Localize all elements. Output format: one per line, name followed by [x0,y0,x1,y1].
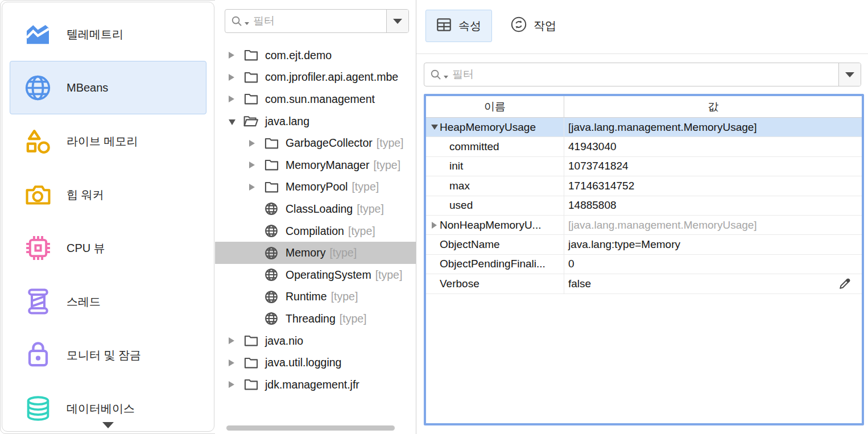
tree-item-label: com.ejt.demo [265,49,332,62]
attribute-name: HeapMemoryUsage [440,121,536,134]
tree-item-label: ClassLoading [286,202,353,216]
attribute-row-heapmemoryusage[interactable]: HeapMemoryUsage[java.lang.management.Mem… [426,118,862,137]
column-header-name[interactable]: 이름 [426,96,564,117]
tree-item-garbagecollector[interactable]: GarbageCollector[type] [215,132,416,154]
attribute-row-committed[interactable]: committed41943040 [426,137,862,156]
scroll-down-icon[interactable] [102,422,114,428]
attribute-value-cell: [java.lang.management.MemoryUsage] [564,216,862,234]
tree-item-memorymanager[interactable]: MemoryManager[type] [215,154,416,176]
spool-icon [24,288,51,315]
sidebar-item-telemetry[interactable]: 텔레메트리 [10,7,206,61]
tree-item-memorypool[interactable]: MemoryPool[type] [215,176,416,199]
attribute-value-cell: 14885808 [564,196,862,215]
folder-icon [243,333,258,348]
expand-arrow-icon[interactable] [229,337,240,344]
sidebar-item-threads[interactable]: 스레드 [10,275,206,328]
expand-arrow-icon[interactable] [229,74,240,81]
tree-item-com-ejt-demo[interactable]: com.ejt.demo [215,44,416,67]
attribute-name: max [449,180,470,192]
sidebar-item-monitors-locks[interactable]: 모니터 및 잠금 [10,328,206,382]
attribute-name: ObjectName [440,238,500,251]
attribute-row-verbose[interactable]: Verbosefalse [426,274,862,294]
attribute-value-cell: 0 [564,255,862,274]
sidebar-item-label: MBeans [67,81,108,94]
search-options-icon[interactable] [245,22,249,25]
attribute-row-max[interactable]: max17146314752 [426,176,862,196]
tree-item-java-util-logging[interactable]: java.util.logging [215,352,416,374]
tree-item-classloading[interactable]: ClassLoading[type] [215,198,416,220]
attribute-row-init[interactable]: init1073741824 [426,157,862,176]
folder-icon [264,136,279,151]
tab-operations-label: 작업 [534,18,556,34]
sidebar-item-mbeans[interactable]: MBeans [10,61,206,114]
attribute-row-objectname[interactable]: ObjectNamejava.lang:type=Memory [426,235,862,254]
search-options-icon[interactable] [444,76,448,78]
attributes-table-body: HeapMemoryUsage[java.lang.management.Mem… [426,118,862,294]
attribute-value: 41943040 [568,140,617,153]
tab-operations[interactable]: 작업 [500,10,567,42]
attribute-value-cell: 41943040 [564,137,862,156]
sidebar-item-label: 라이브 메모리 [67,134,138,149]
sidebar-item-label: 스레드 [67,294,101,309]
search-icon [225,15,253,27]
expand-arrow-icon[interactable] [229,359,240,366]
mbean-globe-icon [264,311,279,326]
tree-item-label: Threading [286,312,336,325]
attribute-name-cell: used [426,196,564,215]
tree-item-memory[interactable]: Memory[type] [215,242,416,264]
collapse-arrow-icon[interactable] [429,125,440,130]
tree-item-compilation[interactable]: Compilation[type] [215,220,416,242]
tab-attributes[interactable]: 속성 [425,10,492,42]
tree-item-com-sun-management[interactable]: com.sun.management [215,88,416,110]
tree-item-type-suffix: [type] [375,268,403,282]
tree-filter-box [225,9,409,33]
tree-item-runtime[interactable]: Runtime[type] [215,286,416,308]
tab-attributes-label: 속성 [458,18,481,34]
mbean-detail-panel: 속성 작업 [416,0,868,434]
column-header-value[interactable]: 값 [564,96,862,117]
expand-arrow-icon[interactable] [249,184,261,191]
tree-item-type-suffix: [type] [331,290,358,303]
expand-arrow-icon[interactable] [249,162,261,168]
pencil-icon[interactable] [838,277,852,290]
expand-arrow-icon[interactable] [249,140,261,147]
tree-item-java-nio[interactable]: java.nio [215,330,416,352]
collapse-arrow-icon[interactable] [229,118,240,125]
tree-item-com-jprofiler-api-agent-mbe[interactable]: com.jprofiler.api.agent.mbe [215,67,416,89]
tree-item-operatingsystem[interactable]: OperatingSystem[type] [215,264,416,286]
attributes-filter-dropdown-button[interactable] [838,63,861,86]
tree-item-java-lang[interactable]: java.lang [215,110,416,133]
attribute-row-nonheapmemoryusage[interactable]: NonHeapMemoryU...[java.lang.management.M… [426,216,862,235]
sidebar-item-live-memory[interactable]: 라이브 메모리 [10,114,206,168]
attributes-filter-input[interactable] [452,68,838,81]
table-icon [436,18,452,35]
expand-arrow-icon[interactable] [429,222,440,229]
expand-arrow-icon[interactable] [229,381,240,388]
tree-item-type-suffix: [type] [348,225,375,238]
attribute-name-cell: ObjectPendingFinali... [426,255,564,274]
telemetry-icon [24,21,51,48]
attribute-value: 0 [568,258,574,270]
tabs-divider [416,53,868,54]
shapes-icon [24,128,51,155]
attribute-value: 1073741824 [568,160,629,172]
mbean-tree-panel: com.ejt.democom.jprofiler.api.agent.mbec… [215,0,416,434]
sidebar-item-cpu-views[interactable]: CPU 뷰 [10,221,206,275]
attribute-name-cell: NonHeapMemoryU... [426,216,564,234]
mbean-globe-icon [264,224,279,238]
tree-item-jdk-management-jfr[interactable]: jdk.management.jfr [215,374,416,396]
tree-item-label: OperatingSystem [286,268,371,282]
attribute-name-cell: init [426,157,564,176]
tree-filter-dropdown-button[interactable] [386,10,408,32]
expand-arrow-icon[interactable] [229,52,240,59]
tree-item-type-suffix: [type] [340,312,367,325]
expand-arrow-icon[interactable] [229,96,240,102]
tree-filter-input[interactable] [253,15,386,27]
tree-horizontal-scrollbar[interactable] [226,425,395,431]
attribute-value-cell: [java.lang.management.MemoryUsage] [564,118,862,137]
sidebar-item-heap-walker[interactable]: 힙 워커 [10,168,206,221]
sidebar-item-label: 텔레메트리 [67,27,123,42]
attribute-row-used[interactable]: used14885808 [426,196,862,216]
tree-item-threading[interactable]: Threading[type] [215,308,416,330]
attribute-row-objectpendingfinalization[interactable]: ObjectPendingFinali...0 [426,255,862,274]
